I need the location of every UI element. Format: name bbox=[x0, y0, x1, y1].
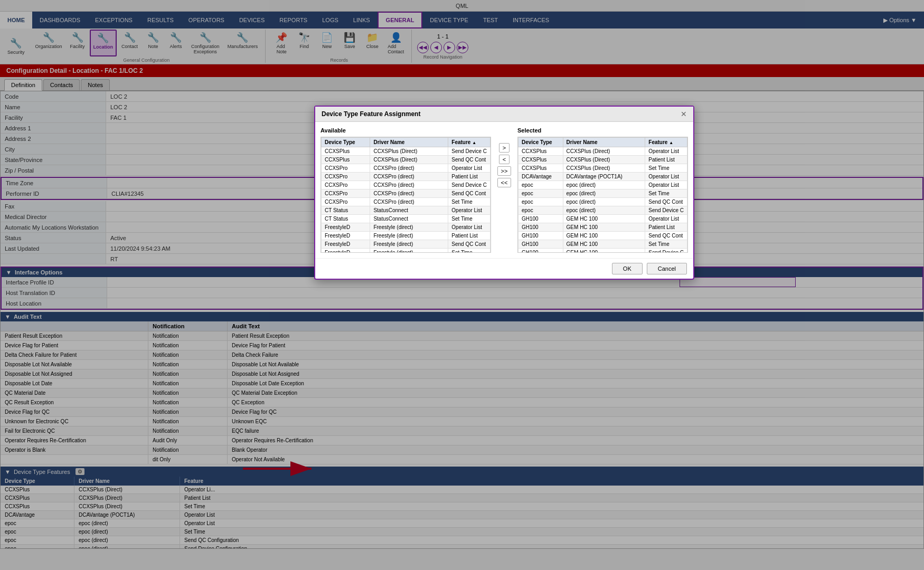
selected-row[interactable]: GH100 GEM HC 100 Operator List bbox=[518, 215, 687, 223]
modal-selected-col: Selected Device Type Driver Name Feature… bbox=[517, 127, 688, 253]
selected-row[interactable]: CCXSPlus CCXSPlus (Direct) Patient List bbox=[518, 156, 687, 164]
modal-columns: Available Device Type Driver Name Featur… bbox=[320, 127, 688, 253]
selected-label: Selected bbox=[517, 127, 688, 134]
selected-row[interactable]: CCXSPlus CCXSPlus (Direct) Operator List bbox=[518, 147, 687, 156]
available-row[interactable]: FreestyleD Freestyle (direct) Patient Li… bbox=[322, 232, 491, 240]
available-table: Device Type Driver Name Feature ▲ CCXSPl… bbox=[321, 137, 491, 253]
selected-row[interactable]: epoc epoc (direct) Set Time bbox=[518, 189, 687, 198]
selected-row[interactable]: GH100 GEM HC 100 Patient List bbox=[518, 223, 687, 232]
avail-col-feature: Feature ▲ bbox=[448, 138, 491, 147]
selected-table: Device Type Driver Name Feature ▲ CCXSPl… bbox=[518, 137, 687, 253]
selected-row[interactable]: CCXSPlus CCXSPlus (Direct) Set Time bbox=[518, 164, 687, 173]
modal-overlay: Device Type Feature Assignment ✕ Availab… bbox=[0, 0, 924, 570]
modal-available-col: Available Device Type Driver Name Featur… bbox=[320, 127, 491, 253]
available-row[interactable]: CCXSPlus CCXSPlus (Direct) Send Device C bbox=[322, 147, 491, 156]
modal-close-button[interactable]: ✕ bbox=[681, 110, 687, 118]
selected-table-container[interactable]: Device Type Driver Name Feature ▲ CCXSPl… bbox=[517, 137, 688, 253]
sel-col-feature: Feature ▲ bbox=[645, 138, 687, 147]
sel-col-device-type: Device Type bbox=[518, 138, 563, 147]
available-row[interactable]: FreestyleD Freestyle (direct) Send QC Co… bbox=[322, 240, 491, 249]
available-row[interactable]: FreestyleD Freestyle (direct) Operator L… bbox=[322, 223, 491, 232]
transfer-all-left-button[interactable]: << bbox=[497, 178, 512, 187]
transfer-buttons: > < >> << bbox=[496, 127, 512, 187]
selected-row[interactable]: epoc epoc (direct) Operator List bbox=[518, 181, 687, 189]
modal-title: Device Type Feature Assignment bbox=[322, 110, 420, 118]
modal-body: Available Device Type Driver Name Featur… bbox=[315, 122, 693, 258]
modal-cancel-button[interactable]: Cancel bbox=[647, 263, 687, 274]
selected-row[interactable]: DCAVantage DCAVantage (POCT1A) Operator … bbox=[518, 173, 687, 181]
transfer-right-button[interactable]: > bbox=[499, 143, 510, 153]
selected-row[interactable]: epoc epoc (direct) Send Device C bbox=[518, 206, 687, 215]
selected-row[interactable]: epoc epoc (direct) Send QC Cont bbox=[518, 198, 687, 206]
available-row[interactable]: FreestyleD Freestyle (direct) Set Time bbox=[322, 249, 491, 253]
available-row[interactable]: CT Status StatusConnect Operator List bbox=[322, 206, 491, 215]
available-row[interactable]: CCXSPro CCXSPro (direct) Set Time bbox=[322, 198, 491, 206]
selected-row[interactable]: GH100 GEM HC 100 Send QC Cont bbox=[518, 232, 687, 240]
available-row[interactable]: CCXSPro CCXSPro (direct) Send QC Cont bbox=[322, 189, 491, 198]
transfer-all-right-button[interactable]: >> bbox=[497, 166, 512, 176]
available-row[interactable]: CCXSPro CCXSPro (direct) Patient List bbox=[322, 173, 491, 181]
selected-row[interactable]: GH100 GEM HC 100 Send Device C bbox=[518, 249, 687, 253]
avail-col-device-type: Device Type bbox=[322, 138, 370, 147]
sel-col-driver-name: Driver Name bbox=[563, 138, 645, 147]
modal-ok-button[interactable]: OK bbox=[612, 263, 643, 274]
available-row[interactable]: CCXSPro CCXSPro (direct) Send Device C bbox=[322, 181, 491, 189]
modal-header: Device Type Feature Assignment ✕ bbox=[315, 107, 693, 122]
avail-col-driver-name: Driver Name bbox=[370, 138, 448, 147]
available-row[interactable]: CT Status StatusConnect Set Time bbox=[322, 215, 491, 223]
available-label: Available bbox=[320, 127, 491, 134]
available-table-container[interactable]: Device Type Driver Name Feature ▲ CCXSPl… bbox=[320, 137, 491, 253]
device-type-feature-modal: Device Type Feature Assignment ✕ Availab… bbox=[314, 106, 694, 280]
modal-footer: OK Cancel bbox=[315, 258, 693, 279]
available-row[interactable]: CCXSPlus CCXSPlus (Direct) Send QC Cont bbox=[322, 156, 491, 164]
available-row[interactable]: CCXSPro CCXSPro (direct) Operator List bbox=[322, 164, 491, 173]
transfer-left-button[interactable]: < bbox=[499, 155, 510, 164]
selected-row[interactable]: GH100 GEM HC 100 Set Time bbox=[518, 240, 687, 249]
